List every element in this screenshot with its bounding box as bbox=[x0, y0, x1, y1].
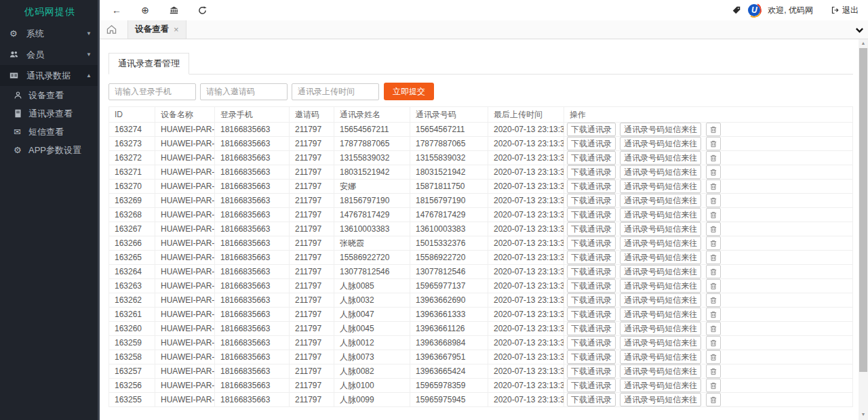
download-contacts-button[interactable]: 下载通讯录 bbox=[567, 322, 616, 335]
refresh-button[interactable] bbox=[188, 0, 216, 20]
delete-button[interactable] bbox=[706, 251, 721, 264]
table-row: 163267 HUAWEI-PAR-AL00 18166835663 21179… bbox=[109, 222, 853, 236]
download-contacts-button[interactable]: 下载通讯录 bbox=[567, 293, 616, 307]
sms-history-button[interactable]: 通讯录号码短信来往 bbox=[620, 279, 701, 293]
delete-button[interactable] bbox=[706, 137, 721, 150]
trash-icon bbox=[710, 240, 717, 247]
sms-history-button[interactable]: 通讯录号码短信来往 bbox=[620, 251, 701, 264]
clear-cache-button[interactable] bbox=[159, 0, 188, 20]
sms-history-button[interactable]: 通讯录号码短信来往 bbox=[620, 123, 701, 136]
download-contacts-button[interactable]: 下载通讯录 bbox=[567, 350, 616, 364]
download-contacts-button[interactable]: 下载通讯录 bbox=[567, 123, 616, 136]
upload-time-input[interactable] bbox=[292, 83, 379, 100]
logout-label: 退出 bbox=[842, 5, 859, 16]
sms-history-button[interactable]: 通讯录号码短信来往 bbox=[620, 364, 701, 378]
delete-button[interactable] bbox=[706, 350, 721, 364]
cell-number: 13155839032 bbox=[410, 151, 488, 165]
back-button[interactable]: ← bbox=[102, 0, 131, 20]
delete-button[interactable] bbox=[706, 322, 721, 335]
download-contacts-button[interactable]: 下载通讯录 bbox=[567, 308, 616, 321]
download-contacts-button[interactable]: 下载通讯录 bbox=[567, 393, 616, 406]
sms-history-button[interactable]: 通讯录号码短信来往 bbox=[620, 194, 701, 207]
sms-history-button[interactable]: 通讯录号码短信来往 bbox=[620, 308, 701, 321]
download-contacts-button[interactable]: 下载通讯录 bbox=[567, 180, 616, 193]
topbar: ← ⊕ U 欢迎, 优码网 退出 bbox=[100, 0, 868, 20]
scrollbar-thumb[interactable] bbox=[859, 48, 867, 372]
sms-history-button[interactable]: 通讯录号码短信来往 bbox=[620, 180, 701, 193]
cell-id: 163272 bbox=[109, 151, 155, 165]
delete-button[interactable] bbox=[706, 236, 721, 250]
login-phone-input[interactable] bbox=[108, 83, 196, 100]
delete-button[interactable] bbox=[706, 379, 721, 392]
cell-phone: 18166835663 bbox=[215, 180, 290, 194]
download-contacts-button[interactable]: 下载通讯录 bbox=[567, 208, 616, 222]
brand-logo: 优码网提供 bbox=[0, 0, 100, 23]
sidebar-item-contacts-view[interactable]: 通讯录查看 bbox=[0, 104, 100, 123]
invite-code-input[interactable] bbox=[200, 83, 288, 100]
download-contacts-button[interactable]: 下载通讯录 bbox=[567, 279, 616, 293]
delete-button[interactable] bbox=[706, 393, 721, 406]
trash-icon bbox=[710, 268, 717, 276]
delete-button[interactable] bbox=[706, 293, 721, 307]
envelope-icon: ✉ bbox=[14, 127, 25, 137]
download-contacts-button[interactable]: 下载通讯录 bbox=[567, 379, 616, 392]
table-row: 163264 HUAWEI-PAR-AL00 18166835663 21179… bbox=[109, 265, 853, 279]
scroll-up-arrow[interactable]: ▲ bbox=[859, 39, 868, 47]
vertical-scrollbar[interactable]: ▲ ▼ bbox=[859, 39, 868, 420]
trash-icon bbox=[710, 197, 717, 205]
fullscreen-button[interactable]: ⊕ bbox=[131, 0, 159, 20]
sms-history-button[interactable]: 通讯录号码短信来往 bbox=[620, 350, 701, 364]
close-icon[interactable]: × bbox=[174, 24, 179, 35]
sms-history-button[interactable]: 通讯录号码短信来往 bbox=[620, 236, 701, 250]
sidebar-item-contacts-data[interactable]: 通讯录数据 ▲ bbox=[0, 65, 100, 86]
download-contacts-button[interactable]: 下载通讯录 bbox=[567, 222, 616, 236]
tab-device-view[interactable]: 设备查看 × bbox=[127, 20, 186, 39]
delete-button[interactable] bbox=[706, 180, 721, 193]
scroll-down-arrow[interactable]: ▼ bbox=[859, 411, 868, 419]
delete-button[interactable] bbox=[706, 123, 721, 136]
delete-button[interactable] bbox=[706, 208, 721, 222]
home-icon[interactable] bbox=[106, 24, 117, 35]
delete-button[interactable] bbox=[706, 165, 721, 179]
delete-button[interactable] bbox=[706, 308, 721, 321]
sms-history-button[interactable]: 通讯录号码短信来往 bbox=[620, 165, 701, 179]
sms-history-button[interactable]: 通讯录号码短信来往 bbox=[620, 336, 701, 350]
caret-down-icon: ▼ bbox=[86, 51, 92, 58]
sms-history-button[interactable]: 通讯录号码短信来往 bbox=[620, 151, 701, 165]
delete-button[interactable] bbox=[706, 151, 721, 165]
download-contacts-button[interactable]: 下载通讯录 bbox=[567, 151, 616, 165]
download-contacts-button[interactable]: 下载通讯录 bbox=[567, 194, 616, 207]
download-contacts-button[interactable]: 下载通讯录 bbox=[567, 364, 616, 378]
download-contacts-button[interactable]: 下载通讯录 bbox=[567, 251, 616, 264]
download-contacts-button[interactable]: 下载通讯录 bbox=[567, 336, 616, 350]
sms-history-button[interactable]: 通讯录号码短信来往 bbox=[620, 222, 701, 236]
delete-button[interactable] bbox=[706, 194, 721, 207]
sms-history-button[interactable]: 通讯录号码短信来往 bbox=[620, 208, 701, 222]
download-contacts-button[interactable]: 下载通讯录 bbox=[567, 165, 616, 179]
sidebar-item-sms-view[interactable]: ✉ 短信查看 bbox=[0, 123, 100, 141]
download-contacts-button[interactable]: 下载通讯录 bbox=[567, 137, 616, 150]
sms-history-button[interactable]: 通讯录号码短信来往 bbox=[620, 379, 701, 392]
download-contacts-button[interactable]: 下载通讯录 bbox=[567, 265, 616, 278]
delete-button[interactable] bbox=[706, 222, 721, 236]
sms-history-button[interactable]: 通讯录号码短信来往 bbox=[620, 293, 701, 307]
sidebar-item-app-settings[interactable]: ⚙ APP参数设置 bbox=[0, 141, 100, 159]
sms-history-button[interactable]: 通讯录号码短信来往 bbox=[620, 393, 701, 406]
sms-history-button[interactable]: 通讯录号码短信来往 bbox=[620, 137, 701, 150]
tag-icon[interactable] bbox=[732, 6, 741, 14]
submit-button[interactable]: 立即提交 bbox=[384, 83, 434, 100]
logout-button[interactable]: 退出 bbox=[831, 5, 859, 16]
delete-button[interactable] bbox=[706, 336, 721, 350]
gear-icon: ⚙ bbox=[9, 28, 23, 39]
sidebar-item-system[interactable]: ⚙ 系统 ▼ bbox=[0, 23, 100, 44]
sms-history-button[interactable]: 通讯录号码短信来往 bbox=[620, 265, 701, 278]
sidebar-item-members[interactable]: 会员 ▼ bbox=[0, 44, 100, 65]
tab-contacts-manage[interactable]: 通讯录查看管理 bbox=[108, 53, 189, 75]
delete-button[interactable] bbox=[706, 279, 721, 293]
download-contacts-button[interactable]: 下载通讯录 bbox=[567, 236, 616, 250]
sms-history-button[interactable]: 通讯录号码短信来往 bbox=[620, 322, 701, 335]
sidebar-item-device-view[interactable]: 设备查看 bbox=[0, 86, 100, 104]
delete-button[interactable] bbox=[706, 265, 721, 278]
delete-button[interactable] bbox=[706, 364, 721, 378]
chevron-down-icon[interactable] bbox=[855, 25, 864, 37]
